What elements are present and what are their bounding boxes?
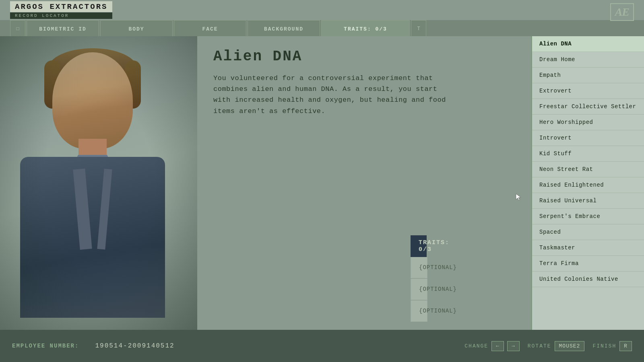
company-block: ARGOS EXTRACTORS RECORD LOCATOR: [10, 1, 112, 19]
trait-slot-3[interactable]: {OPTIONAL}: [411, 300, 427, 322]
rotate-label: ROTATE: [528, 343, 551, 349]
svg-marker-0: [516, 194, 521, 200]
trait-list-panel: Alien DNADream HomeEmpathExtrovertFreest…: [531, 36, 644, 330]
nav-bar: □ BIOMETRIC ID BODY FACE BACKGROUND TRAI…: [0, 20, 644, 38]
finish-label: FINISH: [592, 343, 616, 349]
trait-list-item-freestar[interactable]: Freestar Collective Settler: [532, 99, 644, 115]
trait-description: You volunteered for a controversial expe…: [213, 73, 447, 117]
tab-body[interactable]: BODY: [100, 20, 173, 38]
char-torso: [20, 157, 165, 318]
header-top: ARGOS EXTRACTORS RECORD LOCATOR AE: [0, 0, 644, 20]
tab-biometric-id[interactable]: BIOMETRIC ID: [27, 20, 99, 38]
change-label: CHANGE: [464, 343, 488, 349]
trait-list-item-extrovert[interactable]: Extrovert: [532, 83, 644, 99]
status-bar: EMPLOYEE NUMBER: 190514-2009140512 CHANG…: [0, 330, 644, 362]
character-silhouette: [12, 36, 189, 330]
record-locator-label: RECORD LOCATOR: [10, 12, 112, 19]
tab-background[interactable]: BACKGROUND: [248, 20, 320, 38]
trait-list-item-spaced[interactable]: Spaced: [532, 224, 644, 240]
change-action: CHANGE ← →: [464, 341, 519, 351]
cursor: [515, 193, 523, 201]
employee-number-label: EMPLOYEE NUMBER:: [12, 343, 79, 349]
employee-number-value: 190514-2009140512: [95, 342, 174, 350]
nav-square-left[interactable]: □: [10, 20, 25, 38]
trait-list-item-raised-universal[interactable]: Raised Universal: [532, 193, 644, 209]
content-wrapper: Alien DNA You volunteered for a controve…: [0, 36, 644, 330]
status-actions: CHANGE ← → ROTATE MOUSE2 FINISH R: [464, 341, 632, 351]
rotate-key[interactable]: MOUSE2: [555, 341, 585, 351]
trait-list-item-neon-street-rat[interactable]: Neon Street Rat: [532, 162, 644, 177]
trait-list-item-empath[interactable]: Empath: [532, 68, 644, 83]
trait-list-item-taskmaster[interactable]: Taskmaster: [532, 240, 644, 256]
trait-slot-1[interactable]: {OPTIONAL}: [411, 257, 427, 278]
rotate-action: ROTATE MOUSE2: [528, 341, 585, 351]
tab-traits[interactable]: TRAITS: 0/3: [321, 20, 410, 38]
finish-key[interactable]: R: [619, 341, 632, 351]
center-area: Alien DNA You volunteered for a controve…: [197, 36, 531, 330]
nav-square-right[interactable]: T: [411, 20, 426, 38]
tab-face[interactable]: FACE: [174, 20, 246, 38]
trait-list-item-kid-stuff[interactable]: Kid Stuff: [532, 146, 644, 162]
char-head: [52, 52, 133, 149]
change-key-right[interactable]: →: [507, 341, 520, 351]
change-key-left[interactable]: ←: [491, 341, 504, 351]
trait-list-item-terra-firma[interactable]: Terra Firma: [532, 256, 644, 272]
trait-list-item-serpents-embrace[interactable]: Serpent's Embrace: [532, 209, 644, 224]
trait-title: Alien DNA: [213, 48, 515, 65]
trait-slot-2[interactable]: {OPTIONAL}: [411, 279, 427, 300]
trait-list-item-alien-dna[interactable]: Alien DNA: [532, 36, 644, 52]
company-name: ARGOS EXTRACTORS: [10, 1, 112, 12]
character-portrait-area: [0, 36, 197, 330]
trait-list-item-dream-home[interactable]: Dream Home: [532, 52, 644, 68]
ae-logo: AE: [610, 3, 634, 21]
trait-info: Alien DNA You volunteered for a controve…: [213, 48, 515, 117]
trait-list-item-united-colonies-native[interactable]: United Colonies Native: [532, 272, 644, 287]
trait-list-item-introvert[interactable]: Introvert: [532, 130, 644, 146]
trait-list-item-hero-worshipped[interactable]: Hero Worshipped: [532, 115, 644, 130]
finish-action: FINISH R: [592, 341, 632, 351]
trait-list-item-raised-enlightened[interactable]: Raised Enlightened: [532, 177, 644, 193]
traits-panel-header: TRAITS: 0/3: [411, 235, 427, 257]
